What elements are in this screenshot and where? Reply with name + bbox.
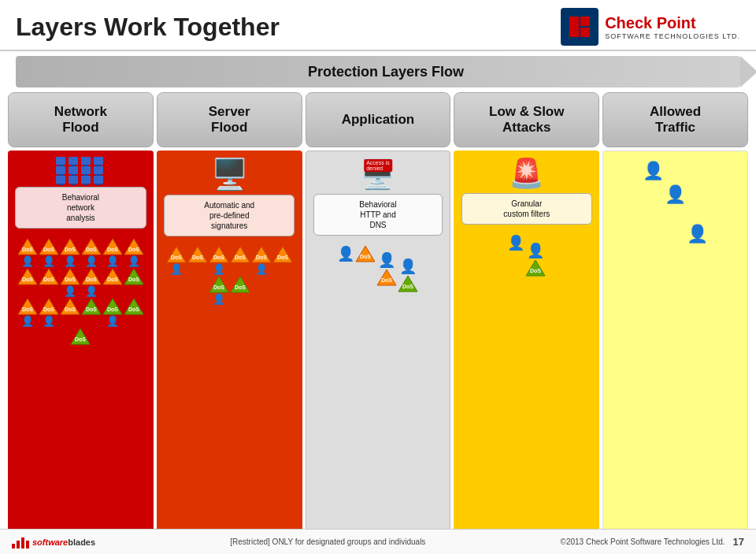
attacker: DoS 👤 <box>209 246 229 275</box>
layer-header-application: Application <box>306 92 451 147</box>
svg-text:DoS: DoS <box>86 277 97 282</box>
svg-text:DoS: DoS <box>22 307 33 312</box>
logo-icon <box>561 8 598 46</box>
footer-logo: softwareblades <box>12 536 95 548</box>
svg-text:DoS: DoS <box>43 307 54 312</box>
footer-copyright: ©2013 Check Point Software Technologies … <box>561 537 725 546</box>
attacker: DoS 👤 <box>39 238 59 267</box>
server-icon: 🖥️ <box>211 157 248 191</box>
layer-body-allowed: 👤 👤 👤 <box>602 151 748 534</box>
computer-unit <box>94 176 103 184</box>
flow-banner: Protection Layers Flow <box>16 56 740 87</box>
svg-text:DoS: DoS <box>128 307 139 312</box>
svg-text:DoS: DoS <box>360 254 371 259</box>
attacker: DoS 👤 <box>60 268 80 297</box>
svg-text:DoS: DoS <box>22 277 33 282</box>
svg-rect-0 <box>563 10 596 43</box>
svg-text:DoS: DoS <box>235 284 246 290</box>
attacker: DoS <box>60 298 80 327</box>
svg-text:DoS: DoS <box>277 255 288 260</box>
bar2 <box>17 541 20 548</box>
computer-unit <box>81 157 91 165</box>
attacker: DoS 👤 <box>166 246 187 275</box>
person: 👤 <box>665 161 686 244</box>
computer-unit <box>94 166 103 174</box>
layer-application: Application 🖥️ Access isdenied Behaviora… <box>306 92 451 534</box>
svg-text:DoS: DoS <box>43 277 54 282</box>
layer-header-network: NetworkFlood <box>8 92 154 147</box>
attacker: DoS <box>70 328 91 345</box>
svg-text:DoS: DoS <box>107 247 118 252</box>
attacker: DoS <box>81 298 102 327</box>
svg-rect-2 <box>580 17 590 26</box>
logo-brand: Check Point <box>605 13 740 32</box>
attacker: DoS <box>230 276 250 305</box>
svg-text:DoS: DoS <box>86 307 97 312</box>
layer-body-application: 🖥️ Access isdenied BehavioralHTTP andDNS… <box>306 151 451 534</box>
attackers-application: 👤 DoS 👤 DoS 👤 DoS <box>309 245 447 292</box>
attacker: DoS <box>124 298 144 327</box>
layer-allowed: AllowedTraffic 👤 👤 👤 <box>602 92 748 534</box>
attacker: DoS 👤 <box>39 298 59 327</box>
layer-header-allowed: AllowedTraffic <box>602 92 748 147</box>
svg-text:DoS: DoS <box>213 255 224 260</box>
svg-text:DoS: DoS <box>107 307 118 312</box>
svg-text:DoS: DoS <box>381 277 392 283</box>
attacker: DoS 👤 <box>124 238 144 267</box>
bar4 <box>26 541 29 548</box>
attacker: DoS <box>355 245 376 292</box>
attacker: 👤 DoS <box>398 245 418 292</box>
computer-unit <box>56 166 65 174</box>
svg-text:DoS: DoS <box>213 284 224 290</box>
alarm-icon: 🚨 <box>509 157 544 190</box>
info-box-application: BehavioralHTTP andDNS <box>313 194 443 236</box>
flow-title: Protection Layers Flow <box>32 64 740 80</box>
computer-unit <box>94 157 103 165</box>
attackers-slow: 👤 👤 DoS <box>458 234 596 277</box>
attacker: DoS <box>102 268 123 297</box>
info-box-slow: Granularcustom filters <box>461 193 592 225</box>
info-box-network: Behavioralnetworkanalysis <box>15 187 146 229</box>
layer-header-slow: Low & SlowAttacks <box>454 92 599 147</box>
logo-sub: SOFTWARE TECHNOLOGIES LTD. <box>605 32 740 41</box>
page-number: 17 <box>733 536 744 548</box>
computer-cluster-icon <box>56 157 105 184</box>
layer-slow: Low & SlowAttacks 🚨 Granularcustom filte… <box>454 92 599 534</box>
svg-text:DoS: DoS <box>75 336 86 342</box>
svg-text:DoS: DoS <box>256 255 267 260</box>
attacker: 👤 DoS <box>525 234 546 277</box>
svg-text:DoS: DoS <box>65 277 76 282</box>
info-box-server: Automatic andpre-definedsignatures <box>164 195 295 236</box>
attacker: DoS 👤 <box>60 238 80 267</box>
svg-text:DoS: DoS <box>402 284 413 289</box>
person: 👤 <box>687 161 708 244</box>
attackers-network: DoS 👤 DoS 👤 DoS 👤 DoS 👤 DoS <box>12 238 150 345</box>
svg-text:DoS: DoS <box>43 247 54 252</box>
svg-text:DoS: DoS <box>65 307 76 312</box>
computer-unit <box>81 176 91 184</box>
allowed-persons: 👤 👤 👤 <box>607 161 744 244</box>
svg-rect-1 <box>569 17 579 37</box>
svg-text:DoS: DoS <box>22 247 33 252</box>
layer-server: ServerFlood 🖥️ Automatic andpre-defineds… <box>157 92 302 534</box>
svg-rect-3 <box>580 28 590 37</box>
logo-text: Check Point SOFTWARE TECHNOLOGIES LTD. <box>605 13 740 41</box>
bar3 <box>21 537 24 548</box>
layer-body-network: Behavioralnetworkanalysis DoS 👤 DoS 👤 Do… <box>8 151 154 534</box>
attacker: DoS 👤 <box>81 268 102 297</box>
page-title: Layers Work Together <box>16 13 280 42</box>
svg-text:DoS: DoS <box>128 247 139 252</box>
attacker: DoS <box>187 246 208 275</box>
attacker: DoS <box>272 246 293 275</box>
logo-area: Check Point SOFTWARE TECHNOLOGIES LTD. <box>561 8 740 46</box>
computer-unit <box>56 176 65 184</box>
svg-text:DoS: DoS <box>107 277 118 282</box>
attacker: DoS 👤 <box>102 238 123 267</box>
monitor-icon: 🖥️ Access isdenied <box>360 158 395 191</box>
attacker: DoS 👤 <box>81 238 102 267</box>
attacker: 👤 <box>337 245 354 292</box>
attacker: DoS <box>17 268 38 297</box>
attacker: DoS <box>39 268 59 297</box>
layer-header-server: ServerFlood <box>157 92 302 147</box>
attacker: DoS 👤 <box>17 298 38 327</box>
